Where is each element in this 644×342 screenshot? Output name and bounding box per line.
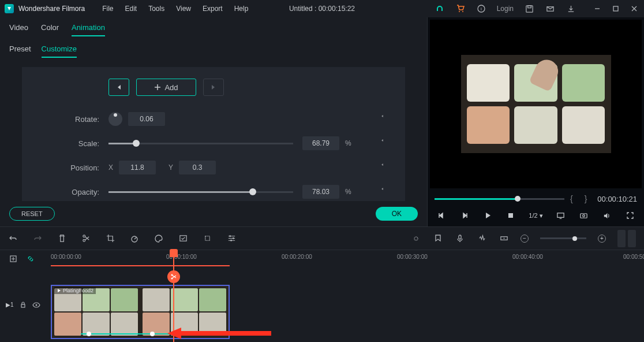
mail-icon[interactable] [545,3,555,14]
svg-point-0 [459,11,460,12]
split-icon[interactable] [81,233,91,244]
zoom-out-button[interactable]: − [521,235,529,243]
next-keyframe-button[interactable] [203,79,224,96]
keyframe-dot-2[interactable] [150,332,155,336]
info-icon[interactable]: i [476,3,486,14]
svg-rect-4 [526,5,532,12]
opacity-input[interactable] [302,185,339,199]
zoom-in-button[interactable]: + [598,235,606,243]
volume-icon[interactable] [602,210,612,221]
step-back-button[interactable] [436,210,447,221]
scale-slider[interactable] [108,137,293,149]
position-label: Position: [39,163,108,172]
timeline-markers [617,230,636,247]
subtab-customize[interactable]: Customize [42,44,77,58]
speed-selector[interactable]: 1/2 ▾ [529,212,542,220]
svg-point-20 [414,237,418,240]
tab-color[interactable]: Color [41,23,59,36]
voiceover-icon[interactable] [455,233,465,244]
reset-button[interactable]: RESET [9,207,55,221]
menu-tools[interactable]: Tools [148,5,164,13]
delete-icon[interactable] [57,233,67,244]
maximize-icon[interactable] [611,3,621,14]
position-y-input[interactable] [179,161,216,174]
download-icon[interactable] [566,3,576,14]
playhead-handle[interactable] [170,249,178,257]
headphones-icon[interactable] [435,3,445,14]
clip-header: PlatingFood2 [54,287,96,294]
cart-icon[interactable] [455,3,466,14]
position-reset-icon[interactable] [379,163,388,172]
svg-point-13 [83,239,85,241]
menu-edit[interactable]: Edit [125,5,137,13]
rotate-reset-icon[interactable] [379,114,388,124]
opacity-slider[interactable] [108,186,293,198]
position-x-input[interactable] [119,161,156,174]
rotate-input[interactable] [128,112,165,126]
video-track-icon[interactable]: ▶1 [6,300,14,310]
timeline-main[interactable]: 00:00:00:00 00:00:10:00 00:00:20:00 00:0… [46,250,644,342]
lock-icon[interactable] [20,300,27,310]
menu-view[interactable]: View [176,5,191,13]
rotate-row: Rotate: [39,112,388,126]
crop-icon[interactable] [105,233,115,244]
zoom-slider[interactable] [540,237,586,239]
scale-reset-icon[interactable] [379,139,388,148]
visibility-icon[interactable] [32,300,40,310]
subtab-preset[interactable]: Preset [9,44,31,58]
tab-video[interactable]: Video [9,23,28,36]
render-icon[interactable] [411,233,421,244]
track-controls: ▶1 [0,267,46,342]
marker-icon[interactable] [433,233,443,244]
annotation-arrow [167,331,271,338]
expand-icon[interactable] [202,233,212,244]
login-button[interactable]: Login [497,5,514,13]
add-keyframe-button[interactable]: Add [136,79,196,96]
keyframe-dot-1[interactable] [87,332,91,336]
preview-viewport[interactable] [430,20,642,188]
rotate-knob[interactable] [108,112,122,126]
settings-icon[interactable] [226,233,237,244]
keyframe-track-icon[interactable] [499,233,509,244]
preview-time: 00:00:10:21 [597,195,637,203]
preview-frame [461,55,611,153]
ruler-2: 00:00:20:00 [282,254,312,260]
save-icon[interactable] [524,3,534,14]
stop-button[interactable] [506,210,516,221]
color-icon[interactable] [153,233,164,244]
redo-icon[interactable] [32,233,43,244]
ruler-4: 00:00:40:00 [512,254,543,260]
tab-animation[interactable]: Animation [72,23,105,36]
preview-scrubber[interactable] [435,198,564,200]
speed-icon[interactable] [129,233,140,244]
scale-input[interactable] [302,136,339,150]
main-area: Video Color Animation Preset Customize A… [0,17,644,226]
snapshot-icon[interactable] [579,210,589,221]
close-icon[interactable] [629,3,639,14]
svg-rect-9 [557,213,564,217]
scale-row: Scale: % [39,136,388,150]
marker-a[interactable] [617,230,626,247]
ok-button[interactable]: OK [376,207,418,221]
menu-help[interactable]: Help [234,5,249,13]
audio-mixer-icon[interactable] [477,233,487,244]
marker-b[interactable] [628,230,636,247]
menu-file[interactable]: File [102,5,113,13]
play-button[interactable] [482,210,493,221]
fullscreen-icon[interactable] [625,210,635,221]
step-forward-button[interactable] [459,210,470,221]
prev-keyframe-button[interactable] [108,79,129,96]
track-manage-icon[interactable] [8,254,18,264]
minimize-icon[interactable] [592,3,602,14]
menu-export[interactable]: Export [203,5,223,13]
undo-icon[interactable] [8,233,18,244]
display-settings-icon[interactable] [556,210,566,221]
properties-panel: Video Color Animation Preset Customize A… [0,17,427,226]
playhead-scissors-icon[interactable] [167,270,180,283]
panel-actions: RESET OK [0,201,427,226]
opacity-reset-icon[interactable] [379,187,388,196]
clip-name: PlatingFood2 [63,288,93,293]
green-screen-icon[interactable] [178,233,188,244]
rotate-label: Rotate: [39,115,108,124]
link-icon[interactable] [25,254,36,264]
